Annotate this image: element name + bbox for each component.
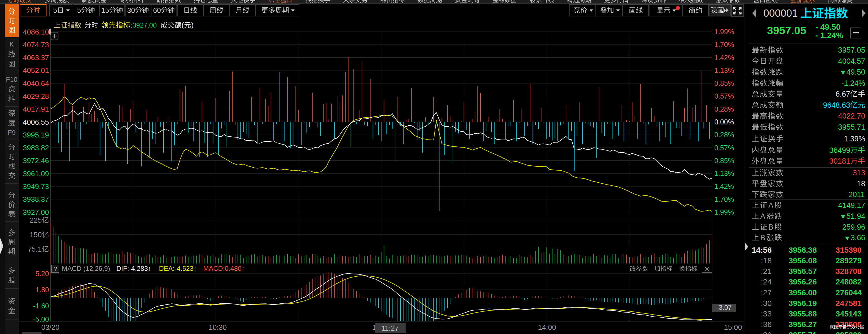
svg-text:): ) (191, 21, 193, 29)
svg-text::39: :39 (761, 331, 772, 334)
svg-text:03/20: 03/20 (41, 323, 59, 332)
svg-text:3927.00: 3927.00 (132, 22, 157, 29)
svg-text:3956.08: 3956.08 (789, 256, 817, 265)
svg-text:225: 225 (30, 216, 42, 224)
svg-text:↑: ↑ (193, 265, 197, 272)
svg-text:345143: 345143 (836, 309, 862, 318)
svg-text:30181: 30181 (829, 157, 850, 165)
svg-text:3957.05: 3957.05 (838, 46, 865, 54)
svg-text:4017.91: 4017.91 (23, 105, 49, 113)
svg-text::27: :27 (761, 289, 772, 297)
svg-text:1.42%: 1.42% (714, 182, 734, 190)
svg-text:0.85%: 0.85% (714, 79, 734, 87)
svg-text:51.94: 51.94 (846, 212, 865, 220)
svg-text:3956.38: 3956.38 (789, 246, 817, 254)
svg-text:276044: 276044 (836, 289, 862, 297)
svg-text:3955.71: 3955.71 (789, 331, 817, 334)
svg-text:MACD (12,26,9): MACD (12,26,9) (62, 265, 110, 272)
svg-text:3956.57: 3956.57 (789, 267, 817, 276)
svg-text:F10: F10 (6, 76, 17, 83)
svg-text:15:00: 15:00 (724, 323, 742, 332)
svg-text:DIF:-4.283: DIF:-4.283 (116, 265, 148, 272)
svg-text:15: 15 (101, 6, 109, 14)
svg-text:75.1: 75.1 (28, 245, 42, 253)
svg-text:36499: 36499 (829, 146, 850, 154)
svg-text:4022.70: 4022.70 (838, 112, 865, 120)
svg-text:3983.82: 3983.82 (23, 144, 49, 152)
svg-text:247581: 247581 (836, 299, 862, 308)
svg-text::24: :24 (761, 277, 772, 286)
svg-text:4074.73: 4074.73 (23, 41, 49, 49)
svg-text:4063.37: 4063.37 (23, 54, 49, 62)
svg-text::18: :18 (761, 256, 772, 265)
svg-text:-1.60: -1.60 (33, 302, 49, 310)
svg-text:3955.88: 3955.88 (789, 309, 817, 318)
svg-text:4040.64: 4040.64 (23, 79, 49, 88)
svg-text:3972.46: 3972.46 (23, 156, 49, 165)
svg-text:↑: ↑ (241, 265, 245, 272)
svg-text:3956.19: 3956.19 (789, 299, 817, 308)
svg-text:315390: 315390 (836, 246, 862, 254)
svg-text:F9: F9 (8, 129, 16, 136)
svg-text:(: ( (182, 21, 184, 29)
svg-text:1.42%: 1.42% (714, 54, 734, 62)
svg-text:-5.00: -5.00 (33, 315, 49, 323)
svg-text:1.13%: 1.13% (714, 66, 734, 74)
svg-text:60: 60 (153, 6, 161, 14)
svg-text:3.66: 3.66 (851, 234, 866, 242)
svg-text:4004.57: 4004.57 (838, 57, 865, 65)
svg-text:1.70%: 1.70% (714, 195, 734, 203)
svg-text:3955.71: 3955.71 (838, 123, 865, 131)
svg-text::33: :33 (761, 309, 772, 318)
svg-text:B: B (760, 234, 765, 242)
svg-text:9648.63: 9648.63 (823, 101, 850, 110)
svg-text:259.96: 259.96 (842, 223, 865, 231)
svg-text:4086.10: 4086.10 (23, 28, 49, 36)
svg-text:3956.27: 3956.27 (789, 320, 817, 329)
svg-text:K: K (9, 40, 14, 48)
svg-text:328708: 328708 (836, 267, 862, 276)
svg-text:18: 18 (857, 180, 865, 188)
svg-text:1.39%: 1.39% (844, 135, 865, 143)
svg-text::21: :21 (761, 267, 772, 276)
svg-text:- 1.24%: - 1.24% (815, 31, 843, 40)
svg-text::30: :30 (761, 299, 772, 308)
svg-text:4029.28: 4029.28 (23, 92, 49, 100)
svg-text:0.85%: 0.85% (714, 157, 734, 164)
svg-text:A: A (768, 201, 773, 210)
svg-text:0.00%: 0.00% (714, 118, 734, 126)
svg-text:6.67: 6.67 (836, 90, 850, 98)
svg-text:0.28%: 0.28% (714, 105, 734, 113)
svg-text:0.57%: 0.57% (714, 92, 734, 100)
svg-text:-1.24%: -1.24% (842, 79, 866, 87)
svg-text:5: 5 (77, 6, 81, 14)
svg-text:0.57%: 0.57% (714, 144, 734, 152)
svg-text:0.28%: 0.28% (714, 131, 734, 139)
svg-text:10:30: 10:30 (209, 323, 227, 332)
svg-text:3961.09: 3961.09 (23, 170, 49, 178)
svg-text:14:00: 14:00 (538, 323, 556, 332)
svg-text:1.13%: 1.13% (714, 170, 734, 177)
svg-text:4052.01: 4052.01 (23, 66, 49, 74)
svg-text:B: B (768, 223, 773, 231)
svg-text:3938.37: 3938.37 (23, 195, 49, 204)
svg-text:289279: 289279 (836, 256, 862, 265)
svg-text:↑: ↑ (148, 265, 151, 272)
svg-text:5: 5 (53, 6, 57, 14)
svg-text:11:27: 11:27 (381, 324, 399, 332)
svg-text:- 49.50: - 49.50 (815, 23, 840, 31)
svg-text:A: A (760, 212, 765, 220)
svg-text::36: :36 (761, 320, 772, 329)
svg-text:MACD:0.480: MACD:0.480 (203, 265, 241, 272)
svg-text:330606: 330606 (836, 320, 862, 329)
svg-text:4006.55: 4006.55 (23, 118, 49, 126)
svg-text:DEA:-4.523: DEA:-4.523 (159, 265, 193, 272)
svg-text:1.80: 1.80 (35, 286, 49, 294)
svg-text:14:56: 14:56 (752, 246, 772, 254)
svg-text:248082: 248082 (836, 277, 862, 286)
svg-text::: : (130, 21, 132, 29)
svg-text:150: 150 (30, 231, 42, 239)
svg-text:5.20: 5.20 (35, 270, 49, 277)
svg-text:3956.00: 3956.00 (789, 289, 817, 297)
svg-text:-3.07: -3.07 (717, 304, 732, 311)
